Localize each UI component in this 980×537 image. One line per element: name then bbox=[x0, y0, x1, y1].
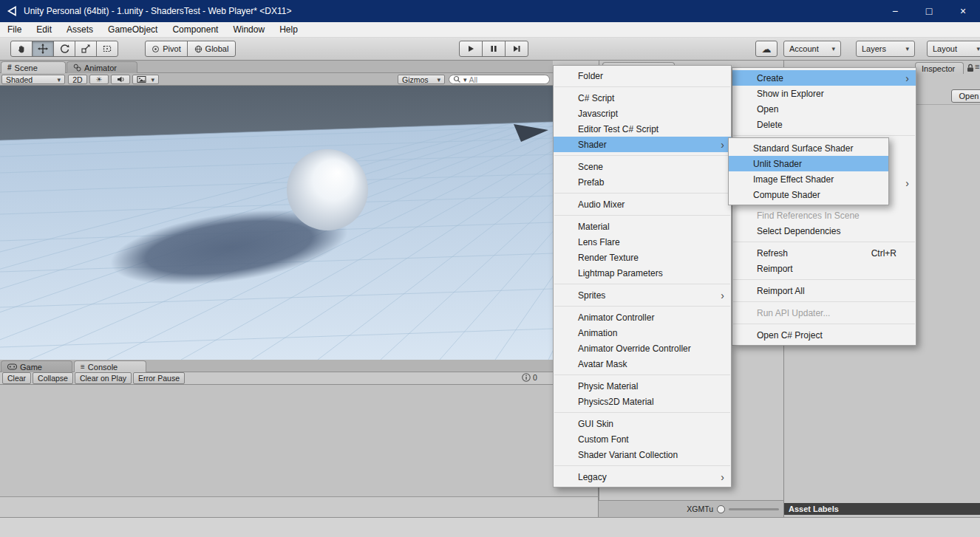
console-detail-pane bbox=[0, 496, 599, 517]
menu-item-refresh[interactable]: RefreshCtrl+R bbox=[732, 245, 916, 261]
menu-item-c-script[interactable]: C# Script bbox=[554, 90, 731, 106]
menubar-item-edit[interactable]: Edit bbox=[29, 22, 59, 37]
menubar-item-assets[interactable]: Assets bbox=[59, 22, 101, 37]
menu-item-physic-material[interactable]: Physic Material bbox=[554, 378, 731, 394]
menu-shortcut: Ctrl+R bbox=[871, 248, 907, 259]
search-icon bbox=[453, 75, 461, 83]
scene-search-input[interactable]: ▾ All bbox=[449, 75, 550, 84]
menu-item-legacy[interactable]: Legacy› bbox=[554, 469, 731, 485]
menu-item-show-in-explorer[interactable]: Show in Explorer bbox=[732, 86, 916, 101]
menu-item-prefab[interactable]: Prefab bbox=[554, 174, 731, 190]
menu-item-javascript[interactable]: Javascript bbox=[554, 106, 731, 121]
menu-item-select-dependencies[interactable]: Select Dependencies bbox=[732, 223, 916, 239]
menu-item-compute-shader[interactable]: Compute Shader bbox=[729, 187, 888, 202]
tab-inspector[interactable]: Inspector bbox=[915, 62, 964, 74]
console-button-clear-on-play[interactable]: Clear on Play bbox=[75, 372, 132, 384]
maximize-button[interactable]: □ bbox=[912, 0, 946, 22]
play-button[interactable] bbox=[459, 41, 483, 57]
menu-item-find-references-in-scene[interactable]: Find References In Scene bbox=[732, 208, 916, 223]
asset-scale-slider-track[interactable] bbox=[729, 508, 779, 510]
tab-scene[interactable]: # Scene bbox=[1, 61, 66, 73]
tab-animator[interactable]: Animator bbox=[67, 61, 137, 73]
menu-item-physics2d-material[interactable]: Physics2D Material bbox=[554, 394, 731, 409]
submenu-arrow-icon: › bbox=[721, 140, 724, 150]
tab-game[interactable]: Game bbox=[1, 360, 72, 372]
pause-button[interactable] bbox=[482, 41, 506, 57]
2d-toggle-button[interactable]: 2D bbox=[68, 75, 87, 84]
menu-item-label: Folder bbox=[578, 71, 603, 81]
menu-item-editor-test-c-script[interactable]: Editor Test C# Script bbox=[554, 121, 731, 137]
menu-item-run-api-updater[interactable]: Run API Updater... bbox=[732, 305, 916, 321]
menubar-item-component[interactable]: Component bbox=[165, 22, 225, 37]
panel-menu-icon[interactable]: ≡ bbox=[975, 62, 979, 71]
console-button-error-pause[interactable]: Error Pause bbox=[133, 372, 185, 384]
menu-item-lens-flare[interactable]: Lens Flare bbox=[554, 234, 731, 250]
move-tool-button[interactable] bbox=[32, 41, 54, 57]
menu-item-avatar-mask[interactable]: Avatar Mask bbox=[554, 356, 731, 372]
menubar-item-window[interactable]: Window bbox=[225, 22, 272, 37]
pan-tool-button[interactable] bbox=[10, 41, 33, 57]
menu-item-shader[interactable]: Shader› bbox=[554, 137, 731, 152]
pivot-toggle-button[interactable]: Pivot bbox=[145, 41, 188, 57]
menu-item-folder[interactable]: Folder bbox=[554, 68, 731, 83]
cloud-button[interactable]: ☁ bbox=[755, 41, 777, 57]
menubar-item-gameobject[interactable]: GameObject bbox=[101, 22, 165, 37]
audio-toggle-button[interactable] bbox=[111, 75, 130, 84]
chevron-down-icon: ▾ bbox=[437, 76, 440, 83]
hand-icon bbox=[16, 44, 27, 54]
menu-item-animation[interactable]: Animation bbox=[554, 325, 731, 341]
menu-item-gui-skin[interactable]: GUI Skin bbox=[554, 416, 731, 431]
menubar-item-file[interactable]: File bbox=[0, 22, 29, 37]
menu-item-material[interactable]: Material bbox=[554, 219, 731, 234]
menu-item-delete[interactable]: Delete bbox=[732, 117, 916, 132]
menu-item-unlit-shader[interactable]: Unlit Shader bbox=[729, 156, 888, 171]
info-icon bbox=[522, 373, 531, 382]
menu-item-image-effect-shader[interactable]: Image Effect Shader bbox=[729, 171, 888, 187]
scale-tool-button[interactable] bbox=[75, 41, 97, 57]
lighting-toggle-button[interactable]: ☀ bbox=[89, 75, 109, 84]
layout-dropdown[interactable]: Layout ▾ bbox=[927, 41, 980, 57]
menu-separator bbox=[554, 86, 730, 87]
pivot-icon bbox=[152, 45, 160, 53]
menu-item-shader-variant-collection[interactable]: Shader Variant Collection bbox=[554, 447, 731, 462]
rotate-tool-button[interactable] bbox=[53, 41, 75, 57]
tab-console[interactable]: ≡ Console bbox=[74, 360, 146, 372]
menu-item-custom-font[interactable]: Custom Font bbox=[554, 431, 731, 447]
scene-viewport[interactable] bbox=[0, 86, 553, 360]
asset-scale-slider-thumb[interactable] bbox=[717, 505, 725, 513]
open-button[interactable]: Open bbox=[951, 89, 980, 103]
menu-item-create[interactable]: Create› bbox=[732, 70, 916, 86]
effects-dropdown[interactable]: ▾ bbox=[132, 75, 159, 84]
menu-item-standard-surface-shader[interactable]: Standard Surface Shader bbox=[729, 140, 888, 156]
menu-item-render-texture[interactable]: Render Texture bbox=[554, 250, 731, 265]
step-button[interactable] bbox=[505, 41, 528, 57]
close-button[interactable]: × bbox=[946, 0, 980, 22]
menu-item-open-c-project[interactable]: Open C# Project bbox=[732, 327, 916, 343]
account-dropdown[interactable]: Account ▾ bbox=[783, 41, 841, 57]
menu-item-animator-override-controller[interactable]: Animator Override Controller bbox=[554, 341, 731, 356]
game-icon bbox=[7, 362, 17, 372]
info-badge[interactable]: 0 bbox=[522, 373, 537, 382]
menu-item-animator-controller[interactable]: Animator Controller bbox=[554, 309, 731, 325]
console-button-clear[interactable]: Clear bbox=[2, 372, 31, 384]
lock-icon[interactable] bbox=[967, 64, 974, 75]
rect-tool-button[interactable] bbox=[96, 41, 118, 57]
menu-item-reimport-all[interactable]: Reimport All bbox=[732, 283, 916, 298]
gizmos-dropdown[interactable]: Gizmos ▾ bbox=[398, 75, 445, 84]
shading-mode-dropdown[interactable]: Shaded ▾ bbox=[1, 75, 65, 84]
global-toggle-button[interactable]: Global bbox=[187, 41, 236, 57]
unity-logo-icon bbox=[6, 5, 18, 17]
menu-item-lightmap-parameters[interactable]: Lightmap Parameters bbox=[554, 265, 731, 281]
menu-item-label: Render Texture bbox=[578, 253, 639, 263]
menu-item-reimport[interactable]: Reimport bbox=[732, 261, 916, 276]
menubar-item-help[interactable]: Help bbox=[272, 22, 305, 37]
submenu-arrow-icon: › bbox=[721, 290, 724, 301]
console-button-collapse[interactable]: Collapse bbox=[33, 372, 73, 384]
layers-dropdown[interactable]: Layers ▾ bbox=[856, 41, 915, 57]
minimize-button[interactable]: − bbox=[878, 0, 912, 22]
menu-item-scene[interactable]: Scene bbox=[554, 159, 731, 174]
menu-item-open[interactable]: Open bbox=[732, 101, 916, 117]
menu-item-sprites[interactable]: Sprites› bbox=[554, 287, 731, 303]
menu-item-audio-mixer[interactable]: Audio Mixer bbox=[554, 196, 731, 212]
asset-labels-header[interactable]: Asset Labels bbox=[784, 503, 980, 515]
